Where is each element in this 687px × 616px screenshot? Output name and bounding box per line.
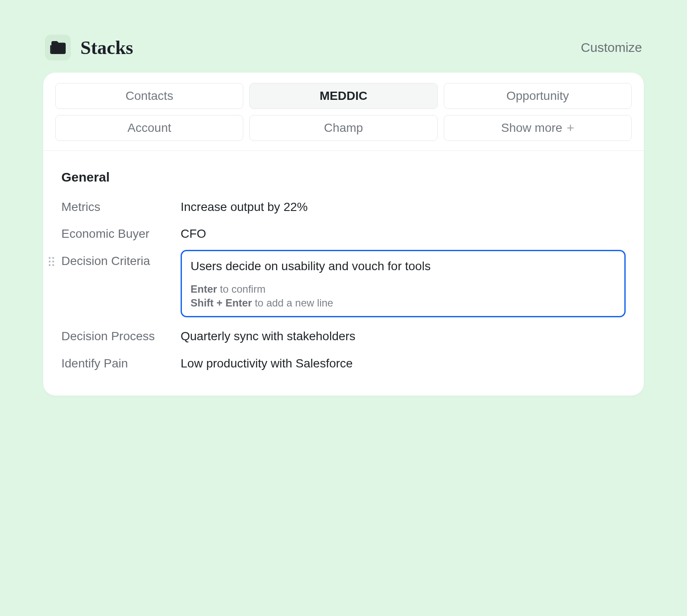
field-label: Identify Pain <box>61 356 181 370</box>
tab-account[interactable]: Account <box>55 115 243 141</box>
customize-button[interactable]: Customize <box>581 40 642 55</box>
field-value[interactable]: CFO <box>181 226 626 242</box>
svg-point-4 <box>49 264 51 266</box>
field-edit-box[interactable]: Users decide on usability and vouch for … <box>181 250 626 318</box>
brand: Stacks <box>45 35 133 61</box>
field-value[interactable]: Low productivity with Salesforce <box>181 356 626 371</box>
field-row-decision-process: Decision Process Quarterly sync with sta… <box>61 329 626 344</box>
tab-show-more[interactable]: Show more + <box>444 115 632 141</box>
tab-label: Show more <box>501 121 563 135</box>
field-row-metrics: Metrics Increase output by 22% <box>61 199 626 215</box>
field-label: Economic Buyer <box>61 226 181 241</box>
hint-text: to add a new line <box>252 297 333 309</box>
brand-name: Stacks <box>80 37 133 59</box>
svg-point-5 <box>52 264 54 266</box>
card-body: General Metrics Increase output by 22% E… <box>43 151 644 396</box>
hint-key: Enter <box>191 283 217 295</box>
hint-key: Shift + Enter <box>191 297 252 309</box>
field-label: Metrics <box>61 199 181 214</box>
tab-label: Account <box>127 121 171 135</box>
tab-contacts[interactable]: Contacts <box>55 83 243 109</box>
tab-meddic[interactable]: MEDDIC <box>249 83 437 109</box>
drag-handle-icon[interactable] <box>48 257 56 266</box>
plus-icon: + <box>566 121 574 134</box>
tab-label: Opportunity <box>506 89 569 103</box>
field-value-editing[interactable]: Users decide on usability and vouch for … <box>191 258 616 274</box>
field-label: Decision Criteria <box>61 253 181 268</box>
page-header: Stacks Customize <box>43 35 644 61</box>
stacks-card: Contacts MEDDIC Opportunity Account Cham… <box>43 73 644 396</box>
edit-hint: Enter to confirm Shift + Enter to add a … <box>191 282 616 310</box>
svg-point-1 <box>52 257 54 259</box>
tab-label: Champ <box>324 121 363 135</box>
field-value[interactable]: Increase output by 22% <box>181 199 626 215</box>
svg-point-0 <box>49 257 51 259</box>
field-value[interactable]: Quarterly sync with stakeholders <box>181 329 626 344</box>
tab-label: MEDDIC <box>320 89 367 103</box>
field-row-identify-pain: Identify Pain Low productivity with Sale… <box>61 356 626 371</box>
tabs-row: Contacts MEDDIC Opportunity Account Cham… <box>43 73 644 151</box>
tab-opportunity[interactable]: Opportunity <box>444 83 632 109</box>
folder-icon <box>45 35 71 61</box>
svg-point-2 <box>49 261 51 262</box>
field-row-economic-buyer: Economic Buyer CFO <box>61 226 626 242</box>
hint-text: to confirm <box>217 283 265 295</box>
svg-point-3 <box>52 261 54 262</box>
section-title: General <box>61 170 626 185</box>
tab-label: Contacts <box>125 89 173 103</box>
field-label: Decision Process <box>61 329 181 343</box>
tab-champ[interactable]: Champ <box>249 115 437 141</box>
field-row-decision-criteria: Decision Criteria Users decide on usabil… <box>61 253 626 318</box>
